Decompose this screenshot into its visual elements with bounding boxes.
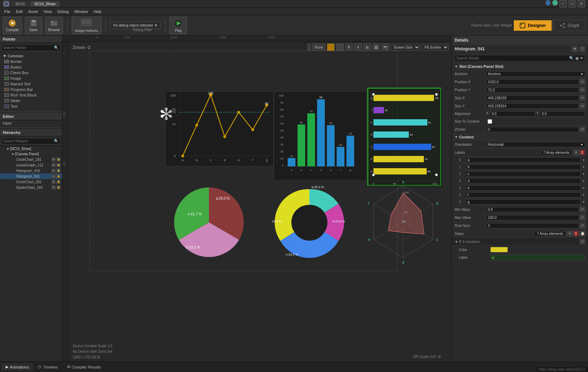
visibility-icon-3[interactable]: 👁 xyxy=(51,174,56,178)
vt-none-label[interactable]: None xyxy=(312,43,326,51)
vt-4-btn[interactable]: 4 xyxy=(354,43,362,51)
search-details-box[interactable]: 🔍 ▦ 👁 xyxy=(455,55,585,62)
position-x-input[interactable] xyxy=(488,80,516,84)
data-label-value[interactable] xyxy=(490,255,585,260)
align-x-field[interactable] xyxy=(492,112,504,116)
compile-button[interactable]: Compile xyxy=(3,17,22,34)
vt-img2-btn[interactable]: 📷 xyxy=(382,43,389,51)
menu-help[interactable]: Help xyxy=(91,9,104,14)
label-input-5[interactable] xyxy=(468,193,579,197)
max-value[interactable] xyxy=(486,215,579,220)
lock-icon-3[interactable]: 🔒 xyxy=(56,174,61,178)
widget-reflector-button[interactable]: Widget Reflector xyxy=(72,17,102,34)
size-y-reset[interactable]: ↺ xyxy=(580,103,585,109)
label-input-4[interactable] xyxy=(468,186,579,190)
menu-asset[interactable]: Asset xyxy=(26,9,41,14)
viewport[interactable]: 0 500 1000 1500 2000 0 100 180 Zoom -2 N… xyxy=(62,36,451,362)
data-label-input[interactable] xyxy=(492,256,520,259)
viewport-content[interactable]: Zoom -2 None R 4 ⊞ 🖼 📷 Screen Size Fill … xyxy=(69,42,451,362)
common-section-header[interactable]: ▼ Common xyxy=(1,53,61,59)
hier-scui-show[interactable]: ▼ [SCUI_Show] xyxy=(0,146,62,151)
hier-spider-164[interactable]: SpiderChart_164 👁 🔒 xyxy=(0,185,62,190)
checkbox-btn[interactable]: ☐ xyxy=(580,46,585,52)
tab-compiler[interactable]: ⚙ Compiler Results xyxy=(63,363,105,371)
browse-button[interactable]: Browse xyxy=(45,17,63,34)
eye-btn[interactable]: 👁 xyxy=(572,46,578,52)
lock-icon-4[interactable]: 🔒 xyxy=(56,180,61,184)
visibility-icon-4[interactable]: 👁 xyxy=(51,180,56,184)
label-input-2[interactable] xyxy=(468,172,579,176)
labels-delete-btn[interactable]: 🗑 xyxy=(580,150,585,155)
label-expand-6[interactable]: ▼ xyxy=(582,200,585,204)
vt-r-btn[interactable]: R xyxy=(345,43,353,51)
color-swatch[interactable] xyxy=(490,247,508,252)
hier-histogram-541[interactable]: Histogram_541 👁 🔒 xyxy=(0,173,62,179)
visibility-icon[interactable]: 👁 xyxy=(51,157,56,162)
palette-item-slider[interactable]: Slider xyxy=(1,98,61,103)
screen-size-select[interactable]: Screen Size xyxy=(391,44,420,51)
size-to-content-checkbox[interactable] xyxy=(488,119,492,124)
designer-mode-button[interactable]: Designer xyxy=(514,20,551,31)
lock-icon[interactable]: 🔒 xyxy=(56,157,61,162)
hier-circle-181[interactable]: CircleChart_181 👁 🔒 xyxy=(0,157,62,162)
datas-delete-btn[interactable]: 🗑 xyxy=(573,231,579,236)
hier-canvas-panel[interactable]: ▼ [Canvas Panel] xyxy=(0,151,62,157)
label-expand-2[interactable]: ▼ xyxy=(582,172,585,176)
palette-item-rich-text[interactable]: Rich Text Block xyxy=(1,92,61,98)
label-expand-0[interactable]: ▼ xyxy=(582,158,585,162)
datas-add-btn[interactable]: + xyxy=(567,231,573,236)
palette-item-border[interactable]: Border xyxy=(1,59,61,64)
lock-icon-5[interactable]: 🔒 xyxy=(56,185,61,189)
close-window[interactable]: ✕ xyxy=(578,0,585,8)
label-input-0[interactable] xyxy=(468,158,579,162)
data-0-reset[interactable]: ↺ xyxy=(580,239,585,244)
min-value[interactable] xyxy=(486,207,579,212)
palette-item-named-slot[interactable]: Named Slot xyxy=(1,81,61,87)
graph-mode-button[interactable]: Graph xyxy=(553,20,585,31)
grid-icon[interactable]: ▦ xyxy=(575,56,579,60)
label-val-2[interactable] xyxy=(466,171,581,177)
min-value-input[interactable] xyxy=(488,208,516,212)
hierarchy-search-input[interactable] xyxy=(3,139,54,143)
palette-item-text[interactable]: Text xyxy=(1,103,61,109)
slot-section[interactable]: ▼ Slot (Canvas Panel Slot) xyxy=(452,63,588,70)
anchors-value[interactable]: Anchors ▼ xyxy=(486,71,585,77)
label-input-1[interactable] xyxy=(468,165,579,169)
max-value-input[interactable] xyxy=(488,216,516,220)
position-x-value[interactable] xyxy=(486,79,579,85)
palette-item-progress-bar[interactable]: Progress Bar xyxy=(1,87,61,92)
palette-item-image[interactable]: Image xyxy=(1,76,61,81)
zorder-value[interactable] xyxy=(486,127,579,132)
eye-filter-icon[interactable]: 👁 xyxy=(580,56,583,60)
label-val-3[interactable] xyxy=(466,178,581,184)
pos-y-reset[interactable]: ↺ xyxy=(580,87,585,93)
size-x-value[interactable] xyxy=(486,95,579,101)
vt-img-btn[interactable]: 🖼 xyxy=(372,43,380,51)
zorder-input[interactable] xyxy=(488,128,509,131)
pos-x-reset[interactable]: ↺ xyxy=(580,79,585,85)
menu-window[interactable]: Window xyxy=(71,9,91,14)
menu-debug[interactable]: Debug xyxy=(55,9,71,14)
min-button[interactable] xyxy=(552,0,558,6)
vt-color-btn[interactable] xyxy=(327,43,335,51)
row-num-input[interactable] xyxy=(488,224,516,228)
position-y-value[interactable] xyxy=(486,87,579,93)
row-num-reset[interactable]: ↺ xyxy=(580,223,585,228)
size-y-value[interactable] xyxy=(486,103,579,109)
align-y-field[interactable] xyxy=(542,112,554,116)
user-avatar[interactable]: 👤 xyxy=(545,0,551,6)
max-reset[interactable]: ↺ xyxy=(580,215,585,220)
vt-dark-btn[interactable] xyxy=(336,43,344,51)
align-y-input[interactable] xyxy=(540,111,585,116)
tab-scui[interactable]: SCUI xyxy=(11,1,29,7)
tab-scui-show[interactable]: SCUI_Show xyxy=(30,1,59,7)
settings-icon[interactable]: ⚙ xyxy=(438,355,441,359)
save-button[interactable]: Save xyxy=(25,17,42,34)
vt-plus-btn[interactable]: ⊞ xyxy=(363,43,371,51)
label-val-4[interactable] xyxy=(466,185,581,191)
vt-none-btn[interactable] xyxy=(307,43,311,51)
tab-timeline[interactable]: ⏱ Timeline xyxy=(34,364,62,371)
histogram-selected-container[interactable]: 0 50 100 g 91 f xyxy=(368,88,441,186)
labels-add-btn[interactable]: + xyxy=(573,150,579,155)
maximize-window[interactable]: □ xyxy=(568,0,576,8)
